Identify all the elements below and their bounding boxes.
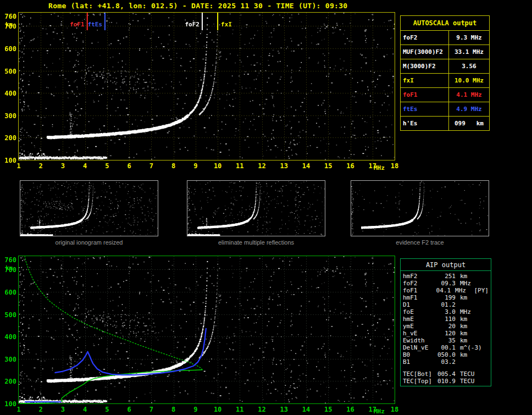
autoscala-row-label: ftEs xyxy=(401,102,449,116)
aip-row-foF1: foF104.1MHz[PY] xyxy=(401,287,491,294)
profile-x-tick-label: 15 xyxy=(321,406,335,413)
aip-extra xyxy=(481,280,489,287)
ionogram-x-tick-label: 14 xyxy=(299,162,313,170)
aip-row-TEC[Top]: TEC[Top]010.9TECU xyxy=(401,378,491,385)
aip-val: 35 xyxy=(435,337,456,344)
autoscala-row-h'Es: h'Es099 km xyxy=(401,116,489,130)
profile-y-tick-label: 200 xyxy=(1,378,16,385)
thumbnail-original-canvas xyxy=(20,181,158,236)
aip-gap xyxy=(401,366,491,370)
aip-val: 199 xyxy=(435,294,456,301)
aip-name: hmF2 xyxy=(403,273,435,280)
autoscala-row-ftEs: ftEs4.9 MHz xyxy=(401,102,489,116)
aip-name: hmF1 xyxy=(403,294,435,301)
autoscala-row-label: M(3000)F2 xyxy=(401,59,449,73)
profile-y-axis-unit: km xyxy=(5,264,13,272)
aip-val: 00.1 xyxy=(435,344,456,351)
autoscala-panel-title: AUTOSCALA output xyxy=(401,16,489,30)
aip-row-foF2: foF209.3MHz xyxy=(401,280,491,287)
ionogram-x-tick-label: 18 xyxy=(387,162,402,170)
aip-val: 04.1 xyxy=(432,287,451,294)
ionogram-x-tick-label: 4 xyxy=(78,162,92,170)
aip-unit: MHz xyxy=(456,280,481,287)
autoscala-output-panel: AUTOSCALA output foF29.3 MHzMUF(3000)F23… xyxy=(400,15,490,131)
profile-x-tick-label: 6 xyxy=(122,406,136,413)
thumbnail-f2-trace-canvas xyxy=(351,181,489,236)
ionogram-x-tick-label: 3 xyxy=(56,162,70,170)
autoscala-row-label: fxI xyxy=(401,74,449,87)
ionogram-x-tick-label: 7 xyxy=(144,162,158,170)
ionogram-x-tick-label: 9 xyxy=(189,162,203,170)
profile-x-tick-label: 18 xyxy=(387,406,402,413)
aip-val: 050.0 xyxy=(435,351,456,358)
aip-row-hmF1: hmF1199km xyxy=(401,294,491,301)
profile-x-tick-label: 11 xyxy=(232,406,247,413)
aip-unit: TECU xyxy=(456,378,481,385)
aip-row-D1: D101.2 xyxy=(401,301,491,308)
profile-x-tick-label: 5 xyxy=(100,406,114,413)
profile-x-tick-label: 2 xyxy=(34,406,48,413)
aip-output-panel: AIP output hmF2251kmfoF209.3MHzfoF104.1M… xyxy=(400,258,491,386)
thumbnail-caption-f2-trace: evidence F2 trace xyxy=(351,239,489,246)
profile-x-tick-label: 3 xyxy=(56,406,70,413)
autoscala-row-M(3000)F2: M(3000)F23.56 xyxy=(401,59,489,73)
profile-x-tick-label: 7 xyxy=(144,406,158,413)
aip-row-Ewidth: Ewidth35km xyxy=(401,337,491,344)
ionogram-x-tick-label: 12 xyxy=(255,162,269,170)
ionogram-x-tick-label: 6 xyxy=(122,162,136,170)
aip-unit: km xyxy=(456,316,481,323)
station-date-title: Rome (lat: +41.8, lon: 012.5) - DATE: 20… xyxy=(48,2,348,10)
thumbnail-f2-trace xyxy=(351,180,489,236)
aip-unit xyxy=(456,358,481,366)
autoscala-app-window: Rome (lat: +41.8, lon: 012.5) - DATE: 20… xyxy=(0,0,532,415)
aip-extra xyxy=(481,351,489,358)
aip-name: TEC[Bot] xyxy=(403,370,435,378)
aip-extra xyxy=(481,337,489,344)
aip-name: TEC[Top] xyxy=(403,378,435,385)
aip-extra xyxy=(481,294,489,301)
profile-x-tick-label: 13 xyxy=(277,406,291,413)
ionogram-x-tick-label: 15 xyxy=(321,162,335,170)
aip-extra xyxy=(481,316,489,323)
ionogram-y-tick-label: 400 xyxy=(1,90,16,97)
aip-extra xyxy=(481,378,489,385)
autoscala-row-foF2: foF29.3 MHz xyxy=(401,30,489,45)
profile-y-tick-label: 500 xyxy=(1,311,16,319)
autoscala-row-label: foF1 xyxy=(401,88,449,102)
aip-rows: hmF2251kmfoF209.3MHzfoF104.1MHz[PY]hmF11… xyxy=(401,271,491,385)
autoscala-row-value: 099 km xyxy=(449,117,489,130)
aip-unit: km xyxy=(456,330,481,337)
thumbnail-no-multiple-reflections xyxy=(187,180,325,236)
aip-row-B0: B0050.0km xyxy=(401,351,491,358)
aip-row-B1: B103.2 xyxy=(401,358,491,366)
aip-row-hmE: hmE110km xyxy=(401,316,491,323)
ionogram-x-tick-label: 13 xyxy=(277,162,291,170)
autoscala-rows: foF29.3 MHzMUF(3000)F233.1 MHzM(3000)F23… xyxy=(401,30,489,130)
aip-unit: MHz xyxy=(456,308,481,316)
profile-y-tick-label: 760 xyxy=(1,256,16,264)
ionogram-x-tick-label: 10 xyxy=(210,162,225,170)
aip-name: h_vE xyxy=(403,330,435,337)
aip-name: D1 xyxy=(403,301,435,308)
marker-foF2: foF2 xyxy=(185,21,199,28)
aip-name: B0 xyxy=(403,351,435,358)
ionogram-y-axis-unit: km xyxy=(5,21,13,28)
aip-extra xyxy=(481,323,489,330)
autoscala-row-value: 9.3 MHz xyxy=(449,31,489,45)
aip-extra xyxy=(481,370,489,378)
profile-x-tick-label: 14 xyxy=(299,406,313,413)
ionogram-x-tick-label: 11 xyxy=(232,162,247,170)
aip-val: 251 xyxy=(435,273,456,280)
aip-row-TEC[Bot]: TEC[Bot]005.4TECU xyxy=(401,370,491,378)
aip-extra xyxy=(481,273,489,280)
profile-x-tick-label: 1 xyxy=(12,406,26,413)
autoscala-row-value: 33.1 MHz xyxy=(449,45,489,59)
aip-val: 120 xyxy=(435,330,456,337)
aip-extra: [PY] xyxy=(474,287,489,294)
ionogram-x-tick-label: 2 xyxy=(34,162,48,170)
aip-val: 010.9 xyxy=(435,378,456,385)
aip-val: 3.0 xyxy=(435,308,456,316)
aip-val: 09.3 xyxy=(435,280,456,287)
profile-y-tick-label: 600 xyxy=(1,289,16,296)
ionogram-y-tick-label: 200 xyxy=(1,134,16,142)
